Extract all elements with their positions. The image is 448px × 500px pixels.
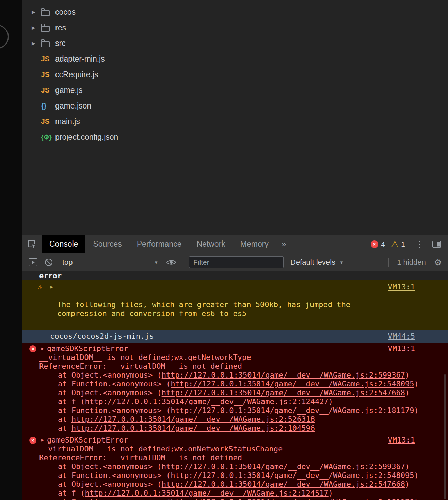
chevron-down-icon: ▼ — [339, 260, 344, 265]
tabs-container: ConsoleSourcesPerformanceNetworkMemory — [42, 235, 276, 253]
context-value: top — [62, 258, 73, 267]
stack-frame-link[interactable]: http://127.0.0.1:35014/game/__dev__/WAGa… — [162, 480, 405, 488]
disclosure-arrow-icon[interactable]: ▶ — [32, 9, 41, 15]
error-count[interactable]: 4 — [381, 240, 385, 248]
stack-frame: at f (http://127.0.0.1:35014/game/__dev_… — [22, 489, 438, 498]
chevron-down-icon: ▼ — [154, 260, 161, 265]
warning-count[interactable]: 1 — [401, 240, 405, 248]
stack-frame: at Object.<anonymous> (http://127.0.0.1:… — [22, 462, 438, 471]
error-reference-text: ReferenceError: __virtualDOM__ is not de… — [22, 453, 438, 462]
file-label: src — [55, 39, 66, 48]
file-tree-item-adapter-min.js[interactable]: JS adapter-min.js — [22, 51, 227, 67]
eye-icon — [166, 259, 176, 266]
toolbar-separator — [388, 258, 389, 267]
expand-arrow-icon[interactable]: ▶ — [41, 344, 44, 353]
log-source-link[interactable]: VM44:5 — [388, 332, 415, 341]
inspect-icon — [27, 239, 36, 249]
console-filter-input[interactable] — [189, 256, 284, 268]
file-tree-item-src[interactable]: ▶ src — [22, 35, 227, 51]
stack-frame-link[interactable]: http://127.0.0.1:35014/game/__dev__/WAGa… — [85, 397, 328, 406]
tab-performance[interactable]: Performance — [129, 235, 189, 253]
expand-arrow-icon[interactable]: ▶ — [50, 283, 53, 291]
stack-frame: at Object.<anonymous> (http://127.0.0.1:… — [22, 388, 438, 397]
stack-frame-link[interactable]: http://127.0.0.1:35014/game/__dev__/WAGa… — [171, 498, 414, 500]
devtools-tab-bar: ConsoleSourcesPerformanceNetworkMemory »… — [22, 235, 448, 253]
stack-trace: at Object.<anonymous> (http://127.0.0.1:… — [22, 371, 438, 433]
file-type-icon: {⚙} — [41, 133, 55, 141]
stack-frame: at http://127.0.0.1:35014/game/__dev__/W… — [22, 424, 438, 433]
file-type-icon — [41, 8, 55, 16]
tab-network[interactable]: Network — [189, 235, 233, 253]
stack-frame-link[interactable]: http://127.0.0.1:35014/game/__dev__/WAGa… — [171, 471, 414, 480]
console-partial-message[interactable]: error — [22, 271, 448, 280]
file-type-icon — [41, 23, 55, 32]
file-tree-item-game.js[interactable]: JS game.js — [22, 82, 227, 98]
console-toolbar: top ▼ Default levels ▼ 1 hidden ⚙ — [22, 253, 448, 271]
console-scrollbar[interactable] — [443, 272, 447, 499]
inspect-element-button[interactable] — [22, 235, 42, 253]
stack-frame: at f (http://127.0.0.1:35014/game/__dev_… — [22, 397, 438, 406]
error-message-text: __virtualDOM__ is not defined;wx.getNetw… — [22, 353, 438, 362]
page-behind-strip — [0, 0, 22, 500]
file-label: project.config.json — [55, 133, 118, 142]
devtools-menu-icon[interactable]: ⋮ — [411, 239, 428, 249]
more-tabs-button[interactable]: » — [276, 235, 292, 253]
file-tree-item-ccRequire.js[interactable]: JS ccRequire.js — [22, 67, 227, 82]
file-label: main.js — [55, 117, 80, 126]
file-label: game.js — [55, 86, 83, 95]
warning-icon: ⚠ — [38, 283, 43, 291]
stack-frame-link[interactable]: http://127.0.0.1:35014/game/__dev__/WAGa… — [71, 424, 315, 432]
file-tree-item-cocos[interactable]: ▶ cocos — [22, 4, 227, 20]
error-count-icon[interactable]: × — [371, 240, 378, 248]
log-levels-value: Default levels — [290, 258, 335, 267]
hidden-messages-label[interactable]: 1 hidden — [397, 258, 426, 267]
log-row-text: cocos/cocos2d-js-min.js — [50, 332, 154, 340]
disclosure-arrow-icon[interactable]: ▶ — [32, 25, 41, 30]
page-circle-fragment — [0, 24, 9, 49]
file-label: res — [55, 23, 66, 32]
stack-frame: at Object.<anonymous> (http://127.0.0.1:… — [22, 480, 438, 489]
disclosure-arrow-icon[interactable]: ▶ — [32, 40, 41, 46]
error-title: gameSDKScriptError — [47, 436, 128, 444]
log-levels-select[interactable]: Default levels ▼ — [290, 258, 344, 267]
stack-frame-link[interactable]: http://127.0.0.1:35014/game/__dev__/WAGa… — [162, 371, 405, 379]
file-label: adapter-min.js — [55, 54, 105, 64]
javascript-context-select[interactable]: top ▼ — [59, 258, 161, 267]
warning-text: The following files, which are greater t… — [57, 300, 350, 318]
create-live-expression-button[interactable] — [166, 257, 177, 268]
stack-frame: at http://127.0.0.1:35014/game/__dev__/W… — [22, 415, 438, 424]
stack-frame-link[interactable]: http://127.0.0.1:35014/game/__dev__/WAGa… — [162, 388, 405, 397]
stack-frame-link[interactable]: http://127.0.0.1:35014/game/__dev__/WAGa… — [71, 415, 315, 423]
file-tree-item-project.config.json[interactable]: {⚙} project.config.json — [22, 129, 227, 145]
console-warning-message[interactable]: ⚠ ▶The following files, which are greate… — [22, 280, 448, 330]
tab-console[interactable]: Console — [42, 235, 85, 253]
expand-arrow-icon[interactable]: ▶ — [41, 436, 44, 445]
tab-memory[interactable]: Memory — [233, 235, 276, 253]
console-error-list: VM13:1 × ▶ gameSDKScriptError __virtualD… — [22, 343, 448, 500]
stack-frame-link[interactable]: http://127.0.0.1:35014/game/__dev__/WAGa… — [85, 489, 328, 497]
stack-frame-link[interactable]: http://127.0.0.1:35014/game/__dev__/WAGa… — [171, 380, 414, 388]
error-title: gameSDKScriptError — [47, 344, 128, 353]
clear-console-button[interactable] — [43, 257, 54, 268]
console-error-message[interactable]: VM13:1 × ▶ gameSDKScriptError __virtualD… — [22, 434, 448, 500]
console-settings-icon[interactable]: ⚙ — [434, 258, 442, 267]
stack-frame-link[interactable]: http://127.0.0.1:35014/game/__dev__/WAGa… — [171, 406, 414, 415]
file-type-icon — [41, 39, 55, 47]
warning-source-link[interactable]: VM13:1 — [388, 283, 415, 291]
error-header: × ▶ gameSDKScriptError — [22, 344, 438, 353]
file-tree-item-game.json[interactable]: {} game.json — [22, 98, 227, 114]
dock-side-button[interactable] — [431, 240, 443, 248]
file-type-icon: JS — [41, 55, 55, 63]
console-error-message[interactable]: VM13:1 × ▶ gameSDKScriptError __virtualD… — [22, 343, 448, 434]
file-tree-item-main.js[interactable]: JS main.js — [22, 114, 227, 129]
file-tree-item-res[interactable]: ▶ res — [22, 20, 227, 35]
tab-sources[interactable]: Sources — [85, 235, 129, 253]
stack-frame-link[interactable]: http://127.0.0.1:35014/game/__dev__/WAGa… — [162, 462, 405, 471]
console-sidebar-toggle-button[interactable] — [28, 257, 38, 268]
console-messages: error ⚠ ▶The following files, which are … — [22, 271, 448, 500]
warning-count-icon[interactable]: ⚠ — [391, 240, 399, 248]
scrollbar-thumb[interactable] — [444, 374, 446, 499]
console-log-row[interactable]: cocos/cocos2d-js-min.js VM44:5 — [22, 330, 448, 343]
file-navigator: ▶ cocos ▶ res ▶ src JS adapter-min.js JS… — [22, 0, 227, 235]
devtools-window: ▶ cocos ▶ res ▶ src JS adapter-min.js JS… — [22, 0, 448, 500]
